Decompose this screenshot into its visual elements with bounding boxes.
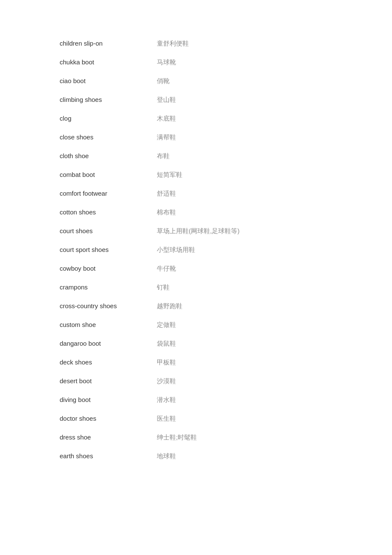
chinese-translation: 小型球场用鞋 — [157, 245, 195, 255]
list-item: clog木底鞋 — [60, 109, 392, 128]
chinese-translation: 潜水鞋 — [157, 395, 176, 405]
english-term: chukka boot — [60, 57, 153, 67]
english-term: comfort footwear — [60, 188, 153, 199]
chinese-translation: 俏靴 — [157, 76, 170, 86]
english-term: court shoes — [60, 226, 153, 236]
english-term: dress shoe — [60, 432, 153, 442]
chinese-translation: 短简军鞋 — [157, 170, 182, 180]
chinese-translation: 沙漠鞋 — [157, 376, 176, 386]
chinese-translation: 绅士鞋;时髦鞋 — [157, 432, 197, 442]
list-item: deck shoes甲板鞋 — [60, 353, 392, 372]
chinese-translation: 越野跑鞋 — [157, 301, 182, 311]
chinese-translation: 登山鞋 — [157, 95, 176, 105]
english-term: children slip-on — [60, 38, 153, 49]
english-term: diving boot — [60, 395, 153, 405]
list-item: earth shoes地球鞋 — [60, 447, 392, 465]
english-term: cotton shoes — [60, 207, 153, 217]
list-item: doctor shoes医生鞋 — [60, 409, 392, 428]
list-item: ciao boot俏靴 — [60, 72, 392, 90]
chinese-translation: 牛仔靴 — [157, 263, 176, 274]
list-item: crampons钉鞋 — [60, 278, 392, 297]
english-term: clog — [60, 113, 153, 124]
chinese-translation: 木底鞋 — [157, 113, 176, 124]
english-term: close shoes — [60, 132, 153, 142]
list-item: cross-country shoes越野跑鞋 — [60, 297, 392, 315]
list-item: dress shoe绅士鞋;时髦鞋 — [60, 428, 392, 447]
list-item: combat boot短简军鞋 — [60, 165, 392, 184]
list-item: chukka boot马球靴 — [60, 53, 392, 72]
english-term: deck shoes — [60, 357, 153, 367]
english-term: ciao boot — [60, 76, 153, 86]
list-item: climbing shoes登山鞋 — [60, 90, 392, 109]
chinese-translation: 地球鞋 — [157, 451, 176, 461]
chinese-translation: 定做鞋 — [157, 320, 176, 330]
english-term: court sport shoes — [60, 245, 153, 255]
chinese-translation: 甲板鞋 — [157, 357, 176, 367]
english-term: crampons — [60, 282, 153, 292]
chinese-translation: 草场上用鞋(网球鞋,足球鞋等) — [157, 226, 239, 236]
list-item: cotton shoes棉布鞋 — [60, 203, 392, 222]
english-term: earth shoes — [60, 451, 153, 461]
list-item: children slip-on童舒利便鞋 — [60, 34, 392, 53]
chinese-translation: 童舒利便鞋 — [157, 38, 189, 49]
english-term: dangaroo boot — [60, 338, 153, 349]
main-content: children slip-on童舒利便鞋chukka boot马球靴ciao … — [0, 0, 392, 500]
english-term: cowboy boot — [60, 263, 153, 274]
chinese-translation: 棉布鞋 — [157, 207, 176, 217]
list-item: desert boot沙漠鞋 — [60, 372, 392, 390]
list-item: close shoes满帮鞋 — [60, 128, 392, 147]
list-item: court shoes草场上用鞋(网球鞋,足球鞋等) — [60, 222, 392, 240]
list-item: custom shoe定做鞋 — [60, 315, 392, 334]
english-term: custom shoe — [60, 320, 153, 330]
list-item: diving boot潜水鞋 — [60, 390, 392, 409]
chinese-translation: 医生鞋 — [157, 413, 176, 424]
english-term: climbing shoes — [60, 95, 153, 105]
chinese-translation: 袋鼠鞋 — [157, 338, 176, 349]
list-item: court sport shoes小型球场用鞋 — [60, 240, 392, 259]
chinese-translation: 布鞋 — [157, 151, 170, 161]
list-item: cowboy boot牛仔靴 — [60, 259, 392, 278]
chinese-translation: 满帮鞋 — [157, 132, 176, 142]
list-item: dangaroo boot袋鼠鞋 — [60, 334, 392, 353]
english-term: cross-country shoes — [60, 301, 153, 311]
english-term: doctor shoes — [60, 413, 153, 424]
english-term: cloth shoe — [60, 151, 153, 161]
chinese-translation: 钉鞋 — [157, 282, 170, 292]
list-item: cloth shoe布鞋 — [60, 147, 392, 165]
chinese-translation: 舒适鞋 — [157, 188, 176, 199]
english-term: desert boot — [60, 376, 153, 386]
list-item: comfort footwear舒适鞋 — [60, 184, 392, 203]
chinese-translation: 马球靴 — [157, 57, 176, 67]
english-term: combat boot — [60, 170, 153, 180]
